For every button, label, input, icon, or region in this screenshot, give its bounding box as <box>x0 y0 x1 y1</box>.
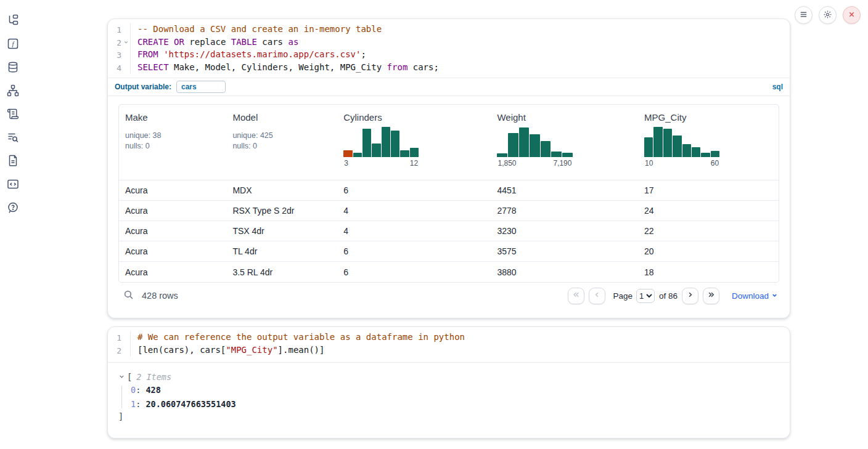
histogram-bar <box>673 136 681 157</box>
table-cell: TSX 4dr <box>226 226 337 236</box>
last-page-button[interactable] <box>703 288 719 304</box>
function-square-icon: f <box>7 38 19 50</box>
histogram-bar <box>701 153 710 157</box>
table-search-button[interactable] <box>123 289 134 302</box>
chevron-down-icon <box>118 373 125 382</box>
table-cell: 4 <box>337 226 491 236</box>
histogram-min-label: 1,850 <box>497 159 516 168</box>
line-number: 1 <box>108 23 121 36</box>
column-header-make[interactable]: Make unique: 38nulls: 0 <box>119 105 226 180</box>
code-line: 2CREATE OR replace TABLE cars as <box>108 36 790 49</box>
histogram-max-label: 60 <box>711 159 719 168</box>
python-code-editor[interactable]: 1# We can reference the output variable … <box>108 327 790 363</box>
sidebar-item-variables[interactable]: f <box>6 37 20 51</box>
open-bracket: [ <box>127 372 132 382</box>
page-select[interactable]: 1 <box>636 289 655 303</box>
table-cell: 3575 <box>491 246 638 256</box>
output-variable-input[interactable] <box>176 81 226 93</box>
sql-cell: 1-- Download a CSV and create an in-memo… <box>107 18 790 318</box>
table-cell: 3230 <box>491 226 638 236</box>
help-bubble-icon <box>7 201 19 214</box>
histogram-bar <box>508 133 518 157</box>
table-cell: MDX <box>226 185 337 195</box>
output-variable-label: Output variable: <box>115 83 171 91</box>
first-page-button[interactable] <box>568 288 584 304</box>
search-icon <box>123 289 134 302</box>
notebook-menu-button[interactable] <box>795 6 813 24</box>
histogram-bar <box>410 148 419 157</box>
scroll-icon <box>7 108 19 120</box>
chevrons-right-icon <box>706 290 716 301</box>
code-text: -- Download a CSV and create an in-memor… <box>130 23 790 36</box>
column-header-mpg-city[interactable]: MPG_City 10 60 <box>638 105 779 180</box>
column-header-cylinders[interactable]: Cylinders 3 12 <box>337 105 491 180</box>
previous-page-button[interactable] <box>589 288 605 304</box>
collapse-toggle-button[interactable] <box>118 373 125 382</box>
table-cell: 6 <box>337 267 491 277</box>
histogram-bar <box>353 153 362 157</box>
column-name: MPG_City <box>644 112 772 123</box>
table-cell: Acura <box>119 267 226 277</box>
download-button[interactable]: Download <box>732 291 778 301</box>
page-label: Page <box>613 291 633 301</box>
table-footer: 428 rows Page 1 of 86 <box>118 283 779 309</box>
histogram-bar <box>362 129 371 157</box>
table-body: AcuraMDX6445117AcuraRSX Type S 2dr427782… <box>119 180 779 282</box>
language-badge: sql <box>772 83 783 91</box>
row-count: 428 rows <box>142 291 178 301</box>
histogram-bar <box>372 144 380 157</box>
code-text: SELECT Make, Model, Cylinders, Weight, M… <box>130 62 790 75</box>
settings-button[interactable] <box>819 6 837 24</box>
chevron-right-icon <box>686 290 695 301</box>
line-number: 4 <box>108 62 121 75</box>
close-icon <box>848 10 856 20</box>
next-page-button[interactable] <box>682 288 698 304</box>
table-cell: Acura <box>119 185 226 195</box>
table-cell: 22 <box>638 226 779 236</box>
histogram-bar <box>663 129 672 157</box>
histogram-min-label: 10 <box>645 159 653 168</box>
histogram-bar <box>644 137 653 157</box>
sql-code-editor[interactable]: 1-- Download a CSV and create an in-memo… <box>108 19 790 78</box>
column-header-model[interactable]: Model unique: 425nulls: 0 <box>226 105 337 180</box>
code-box-icon <box>7 178 19 190</box>
table-cell: 6 <box>337 185 491 195</box>
histogram-bar <box>562 153 573 157</box>
sidebar-item-logs[interactable] <box>6 131 20 144</box>
items-count-label: 2 Items <box>136 372 171 382</box>
chevron-left-icon <box>592 290 602 301</box>
sidebar-item-scratchpad[interactable] <box>6 107 20 121</box>
sidebar-item-dependency-graph[interactable] <box>6 84 20 97</box>
fold-gutter-icon[interactable] <box>121 36 130 49</box>
sidebar-item-documentation[interactable] <box>6 154 20 168</box>
sidebar-item-snippets[interactable] <box>6 177 20 191</box>
fold-gutter-spacer <box>121 344 130 357</box>
column-stat: unique: 38 <box>125 131 220 141</box>
column-header-weight[interactable]: Weight 1,850 7,190 <box>491 105 638 180</box>
table-cell: Acura <box>119 206 226 216</box>
histogram-bar <box>519 127 530 157</box>
table-cell: 2778 <box>491 206 638 216</box>
gear-icon <box>823 10 832 21</box>
column-summary: unique: 38nulls: 0 <box>125 131 220 152</box>
column-name: Model <box>232 112 331 123</box>
sidebar-item-help[interactable] <box>6 201 20 214</box>
output-list-entries: 0: 4281: 20.060747663551403 <box>121 386 779 408</box>
histogram-bar <box>541 141 551 157</box>
code-line: 2[len(cars), cars["MPG_City"].mean()] <box>108 344 790 357</box>
histogram-bar <box>400 150 409 157</box>
table-cell: 24 <box>638 206 779 216</box>
histogram-bar <box>530 134 540 157</box>
sidebar-item-file-explorer[interactable] <box>6 14 20 27</box>
histogram-max-label: 12 <box>410 159 418 168</box>
histogram-bar <box>682 144 691 157</box>
histogram-bar <box>711 151 719 157</box>
file-text-icon <box>7 155 19 167</box>
shutdown-button[interactable] <box>843 6 861 24</box>
histogram-bar <box>382 127 390 157</box>
line-number: 3 <box>108 49 121 62</box>
sidebar-item-data-sources[interactable] <box>6 60 20 74</box>
output-list-item: 1: 20.060747663551403 <box>131 400 779 408</box>
table-cell: 17 <box>638 185 779 195</box>
table-row: AcuraTSX 4dr4323022 <box>119 221 779 241</box>
